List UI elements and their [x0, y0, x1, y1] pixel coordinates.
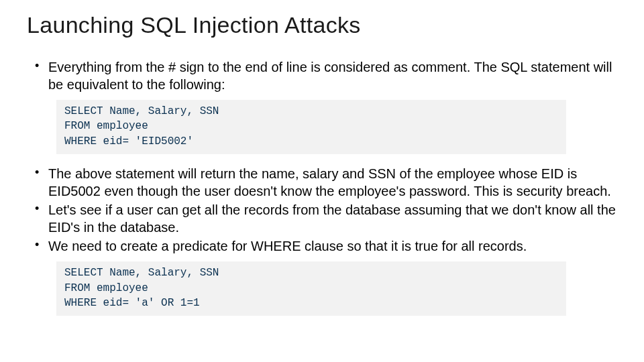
list-item: Everything from the # sign to the end of… — [32, 58, 617, 93]
code-line: FROM employee — [64, 119, 558, 133]
bullet-list-2: The above statement will return the name… — [32, 165, 617, 255]
code-line: FROM employee — [64, 281, 558, 296]
bullet-list-1: Everything from the # sign to the end of… — [32, 58, 617, 93]
list-item: Let's see if a user can get all the reco… — [32, 201, 617, 236]
code-line: SELECT Name, Salary, SSN — [64, 104, 558, 119]
code-block-1: SELECT Name, Salary, SSN FROM employee W… — [56, 100, 566, 154]
code-block-2: SELECT Name, Salary, SSN FROM employee W… — [56, 261, 566, 316]
list-item: We need to create a predicate for WHERE … — [32, 237, 617, 255]
slide-content: Everything from the # sign to the end of… — [27, 58, 617, 316]
slide-title: Launching SQL Injection Attacks — [27, 12, 617, 38]
list-item: The above statement will return the name… — [32, 165, 617, 200]
code-line: WHERE eid= 'a' OR 1=1 — [64, 296, 558, 310]
code-line: SELECT Name, Salary, SSN — [64, 265, 558, 280]
code-line: WHERE eid= 'EID5002' — [64, 134, 558, 149]
